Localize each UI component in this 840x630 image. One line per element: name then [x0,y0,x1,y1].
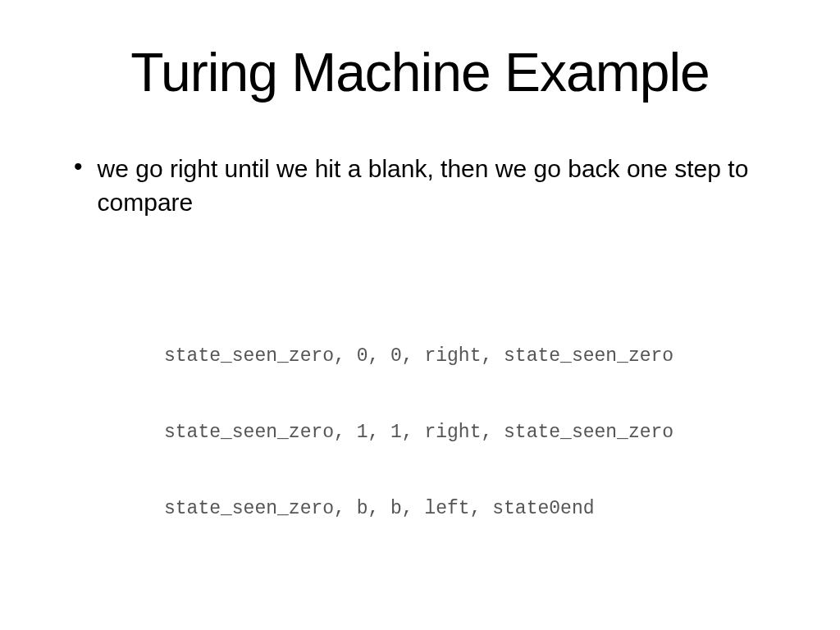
slide-container: Turing Machine Example • we go right unt… [0,0,840,630]
slide-title: Turing Machine Example [66,41,774,103]
code-block: state_seen_zero, 0, 0, right, state_seen… [164,242,774,630]
bullet-item: • we go right until we hit a blank, then… [66,153,774,219]
code-group-1: state_seen_zero, 0, 0, right, state_seen… [164,293,774,573]
code-line: state_seen_zero, b, b, left, state0end [164,496,774,522]
bullet-text: we go right until we hit a blank, then w… [98,153,774,219]
code-line: state_seen_zero, 1, 1, right, state_seen… [164,420,774,445]
code-line: state_seen_zero, 0, 0, right, state_seen… [164,344,774,369]
bullet-icon: • [74,154,83,179]
